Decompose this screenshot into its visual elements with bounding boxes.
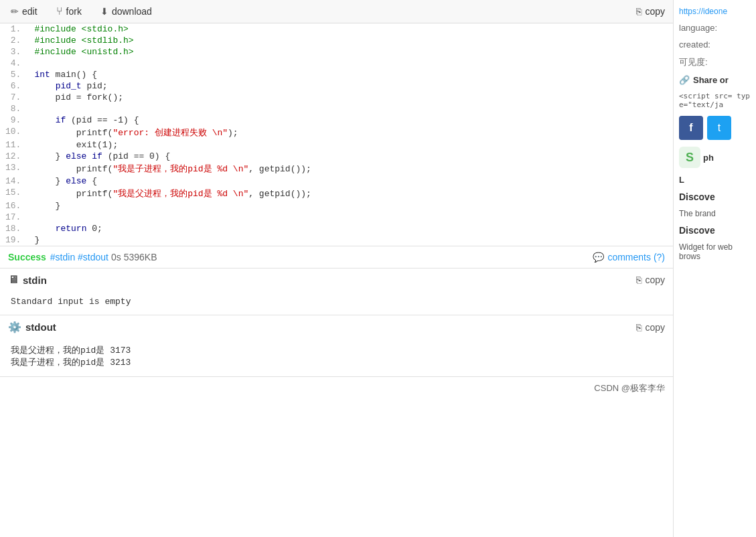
code-table: 1. #include <stdio.h> 2. #include <stdli… xyxy=(0,23,673,246)
language-label: language: xyxy=(679,23,751,33)
copy-button[interactable]: copy xyxy=(636,6,665,17)
edit-icon xyxy=(11,6,19,17)
edit-button[interactable]: edit xyxy=(8,5,40,18)
toolbar: edit fork download copy xyxy=(0,0,673,23)
line-code: } else { xyxy=(29,175,673,187)
line-code: pid_t pid; xyxy=(29,80,673,92)
sponsor-text: ph xyxy=(703,153,714,163)
edit-label: edit xyxy=(22,6,37,17)
sidebar-language: language: xyxy=(679,23,751,33)
line-number: 4. xyxy=(0,58,29,69)
table-row: 7. pid = fork(); xyxy=(0,92,673,103)
code-editor: 1. #include <stdio.h> 2. #include <stdli… xyxy=(0,23,673,246)
table-row: 13. printf("我是子进程，我的pid是 %d \n", getpid(… xyxy=(0,162,673,175)
table-row: 12. } else if (pid == 0) { xyxy=(0,151,673,162)
table-row: 19. } xyxy=(0,234,673,246)
share-script: <script src= type="text/ja xyxy=(679,92,751,109)
sidebar: https://ideone language: created: 可见度: 🔗… xyxy=(673,0,756,537)
line-number: 7. xyxy=(0,92,29,103)
table-row: 6. pid_t pid; xyxy=(0,80,673,92)
stdin-section: 🖥 stdin ⎘ copy Standard input is empty xyxy=(0,268,673,315)
download-icon xyxy=(100,6,108,17)
fork-icon xyxy=(56,5,63,17)
share-icon: 🔗 xyxy=(679,75,690,85)
table-row: 4. xyxy=(0,58,673,69)
stdout-header: ⚙️ stdout ⎘ copy xyxy=(0,315,673,339)
created-label: created: xyxy=(679,40,751,50)
share-section: 🔗 Share or xyxy=(679,75,751,85)
stdin-label: stdin xyxy=(23,275,47,286)
comment-icon: 💬 xyxy=(593,252,604,262)
line-code: pid = fork(); xyxy=(29,92,673,103)
table-row: 16. } xyxy=(0,200,673,212)
line-number: 3. xyxy=(0,46,29,58)
twitter-button[interactable]: t xyxy=(707,116,731,140)
sponsor-icon: S xyxy=(679,147,700,168)
line-code xyxy=(29,58,673,69)
line-code xyxy=(29,103,673,114)
sponsor-extra: L xyxy=(679,175,751,185)
line-number: 16. xyxy=(0,200,29,212)
copy-icon xyxy=(636,6,641,17)
table-row: 14. } else { xyxy=(0,175,673,187)
line-code: } else if (pid == 0) { xyxy=(29,151,673,162)
stdin-copy-button[interactable]: ⎘ copy xyxy=(636,275,665,285)
stdout-line1: 我是父进程，我的pid是 3173 xyxy=(11,344,662,356)
line-number: 18. xyxy=(0,223,29,234)
copy-label: copy xyxy=(645,6,665,17)
status-tags: #stdin #stdout xyxy=(50,252,108,262)
stdin-content: Standard input is empty xyxy=(0,291,673,315)
stdout-title: ⚙️ stdout xyxy=(8,321,56,333)
discover1-title: Discove xyxy=(679,191,751,202)
line-code: int main() { xyxy=(29,69,673,80)
line-code: printf("我是父进程，我的pid是 %d \n", getpid()); xyxy=(29,187,673,200)
twitter-icon: t xyxy=(718,122,721,134)
line-number: 13. xyxy=(0,162,29,175)
stdout-label: stdout xyxy=(25,321,56,333)
line-code: #include <stdio.h> xyxy=(29,23,673,35)
line-code: } xyxy=(29,200,673,212)
status-info: 0s 5396KB xyxy=(111,252,157,262)
line-code xyxy=(29,212,673,223)
line-code: return 0; xyxy=(29,223,673,234)
stdin-copy-label: copy xyxy=(645,275,665,285)
stdout-content: 我是父进程，我的pid是 3173 我是子进程，我的pid是 3213 xyxy=(0,339,673,376)
line-number: 19. xyxy=(0,234,29,246)
fork-label: fork xyxy=(66,6,82,17)
line-code: #include <unistd.h> xyxy=(29,46,673,58)
line-number: 8. xyxy=(0,103,29,114)
line-number: 9. xyxy=(0,114,29,126)
sidebar-created: created: xyxy=(679,40,751,50)
line-code: printf("我是子进程，我的pid是 %d \n", getpid()); xyxy=(29,162,673,175)
stdout-copy-label: copy xyxy=(645,322,665,333)
discover2-text: Widget for web brows xyxy=(679,242,751,261)
visibility-label: 可见度: xyxy=(679,56,751,68)
status-bar: Success #stdin #stdout 0s 5396KB 💬 comme… xyxy=(0,246,673,268)
table-row: 8. xyxy=(0,103,673,114)
stdin-title: 🖥 stdin xyxy=(8,274,47,286)
facebook-button[interactable]: f xyxy=(679,116,703,140)
table-row: 18. return 0; xyxy=(0,223,673,234)
table-row: 5. int main() { xyxy=(0,69,673,80)
table-row: 17. xyxy=(0,212,673,223)
table-row: 2. #include <stdlib.h> xyxy=(0,35,673,46)
line-number: 10. xyxy=(0,126,29,139)
line-code: if (pid == -1) { xyxy=(29,114,673,126)
discover2-title: Discove xyxy=(679,225,751,236)
line-number: 17. xyxy=(0,212,29,223)
download-label: download xyxy=(112,6,152,17)
stdin-icon: 🖥 xyxy=(8,274,19,286)
stdout-line2: 我是子进程，我的pid是 3213 xyxy=(11,356,662,368)
fork-button[interactable]: fork xyxy=(54,4,84,19)
comments-button[interactable]: 💬 comments (?) xyxy=(593,252,665,262)
download-button[interactable]: download xyxy=(98,5,155,18)
line-number: 12. xyxy=(0,151,29,162)
sidebar-url: https://ideone xyxy=(679,7,751,16)
footer-text: CSDN @极客李华 xyxy=(594,383,665,393)
table-row: 1. #include <stdio.h> xyxy=(0,23,673,35)
stdout-copy-button[interactable]: ⎘ copy xyxy=(636,322,665,333)
line-number: 1. xyxy=(0,23,29,35)
line-number: 2. xyxy=(0,35,29,46)
line-number: 6. xyxy=(0,80,29,92)
stdout-section: ⚙️ stdout ⎘ copy 我是父进程，我的pid是 3173 我是子进程… xyxy=(0,315,673,377)
